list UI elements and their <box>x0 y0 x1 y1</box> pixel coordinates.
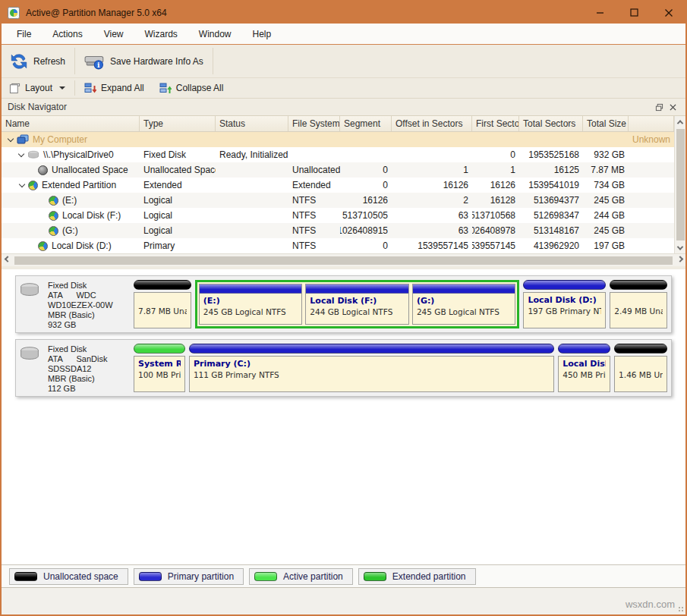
partition-c[interactable]: Primary (C:)111 GB Primary NTFS <box>189 344 554 392</box>
table-row[interactable]: Unallocated Space Unallocated Space Unal… <box>2 162 674 178</box>
col-type[interactable]: Type <box>140 116 216 131</box>
legend-extended: Extended partition <box>358 568 476 585</box>
svg-text:i: i <box>97 60 100 68</box>
unallocated-swatch <box>14 572 37 581</box>
disk1-info: Fixed Disk ATA WDC WD10EZEX-00W MBR (Bas… <box>16 276 130 332</box>
minimize-button[interactable] <box>583 2 617 24</box>
tree-label: Local Disk (D:) <box>52 240 112 251</box>
col-first-sector[interactable]: First Sector <box>472 116 519 131</box>
partition-bar <box>134 344 185 354</box>
chevron-down-icon[interactable] <box>8 135 14 141</box>
chevron-down-icon[interactable] <box>19 181 25 187</box>
partition-g[interactable]: (G:)245 GB Logical NTFS <box>412 284 516 325</box>
col-total-size[interactable]: Total Size <box>583 116 629 131</box>
partition-unallocated-1[interactable]: 7.87 MB Unal <box>134 280 191 328</box>
menu-file[interactable]: File <box>6 25 42 43</box>
partition-icon <box>49 226 58 236</box>
chevron-down-icon[interactable] <box>18 150 24 156</box>
extended-swatch <box>364 572 386 581</box>
partition-icon <box>38 241 48 251</box>
col-filler <box>629 116 674 131</box>
partition-f[interactable]: Local Disk (F:)244 GB Logical NTFS <box>305 284 409 325</box>
refresh-button[interactable]: Refresh <box>2 45 73 77</box>
tree-label: \\.\PhysicalDrive0 <box>43 149 114 160</box>
partition-icon <box>49 211 58 221</box>
partition-icon <box>49 196 58 206</box>
scroll-down-button[interactable] <box>675 242 685 253</box>
partition-unallocated-3[interactable]: 1.46 MB Un: <box>614 344 667 392</box>
active-swatch <box>254 572 277 581</box>
layout-button[interactable]: Layout <box>2 78 73 98</box>
layout-toolbar: Layout Expand All Collapse All <box>2 78 685 99</box>
maximize-button[interactable] <box>617 2 651 24</box>
menu-view[interactable]: View <box>93 25 134 43</box>
physical-drive-icon <box>27 150 39 159</box>
table-row[interactable]: My Computer Unknown <box>2 132 674 147</box>
resize-grip[interactable] <box>678 606 684 612</box>
tree-label: Local Disk (F:) <box>62 210 121 221</box>
partition-unallocated-2[interactable]: 2.49 MB Unal <box>610 280 667 328</box>
menu-help[interactable]: Help <box>242 25 282 43</box>
partition-bar <box>558 344 610 354</box>
toolbar-separator <box>74 48 75 74</box>
app-window: Active@ Partition Manager 5.0 x64 File A… <box>0 0 687 616</box>
close-button[interactable] <box>651 2 685 24</box>
menu-window[interactable]: Window <box>188 25 242 43</box>
scroll-up-button[interactable] <box>675 116 685 127</box>
float-panel-button[interactable] <box>652 100 666 114</box>
horizontal-scroll-thumb[interactable] <box>14 256 673 265</box>
collapse-all-icon <box>159 82 172 94</box>
table-row[interactable]: Local Disk (D:) Primary NTFS 0 153955714… <box>2 238 674 253</box>
col-segment[interactable]: Segment <box>340 116 392 131</box>
col-offset[interactable]: Offset in Sectors <box>392 116 472 131</box>
partition-bar <box>200 284 302 294</box>
toolbar-separator <box>213 48 213 74</box>
horizontal-scrollbar[interactable] <box>2 253 685 266</box>
legend-bar: Unallocated space Primary partition Acti… <box>2 564 685 587</box>
refresh-icon <box>9 52 29 71</box>
menu-actions[interactable]: Actions <box>42 25 93 43</box>
table-header: Name Type Status File System Segment Off… <box>2 116 674 132</box>
menu-wizards[interactable]: Wizards <box>134 25 188 43</box>
tree-label: Unallocated Space <box>52 165 128 175</box>
table-row[interactable]: \\.\PhysicalDrive0 Fixed Disk Ready, Ini… <box>2 147 674 162</box>
vertical-scrollbar[interactable] <box>674 116 685 253</box>
partition-bar <box>189 344 554 354</box>
table-row[interactable]: (E:) Logical NTFS 16126 2 16128 51369437… <box>2 193 674 208</box>
partition-system-reserved[interactable]: System Re:100 MB Prim <box>134 344 185 392</box>
col-status[interactable]: Status <box>216 116 288 131</box>
scroll-left-button[interactable] <box>2 255 13 266</box>
menu-bar: File Actions View Wizards Window Help <box>2 24 685 45</box>
toolbar-separator <box>74 80 75 96</box>
unknown-size-value: Unknown <box>629 132 674 147</box>
expand-all-label: Expand All <box>101 83 144 93</box>
collapse-all-button[interactable]: Collapse All <box>152 78 232 98</box>
disk-navigator-table: Name Type Status File System Segment Off… <box>2 116 685 253</box>
primary-swatch <box>139 572 162 581</box>
col-filesystem[interactable]: File System <box>288 116 340 131</box>
vertical-scroll-thumb[interactable] <box>676 129 685 240</box>
watermark: wsxdn.com <box>626 599 675 610</box>
hard-disk-icon <box>19 346 40 361</box>
scroll-right-button[interactable] <box>674 255 685 266</box>
partition-bar <box>306 284 408 294</box>
col-name[interactable]: Name <box>2 116 140 131</box>
close-panel-button[interactable] <box>666 100 679 114</box>
partition-d[interactable]: Local Disk (D:)197 GB Primary NTF <box>523 280 606 328</box>
table-row[interactable]: Local Disk (F:) Logical NTFS 513710505 6… <box>2 208 674 223</box>
table-row[interactable]: Extended Partition Extended Extended 0 1… <box>2 178 674 193</box>
expand-all-icon <box>84 82 96 94</box>
table-row[interactable]: (G:) Logical NTFS 1026408915 63 10264089… <box>2 223 674 238</box>
hard-disk-icon <box>19 282 40 297</box>
panel-title: Disk Navigator <box>8 102 652 112</box>
partition-e[interactable]: (E:)245 GB Logical NTFS <box>199 284 303 325</box>
hardware-info-icon: i <box>84 53 106 70</box>
layout-icon <box>9 83 20 94</box>
partition-recovery[interactable]: Local Disk (450 MB Prim <box>558 344 610 392</box>
collapse-all-label: Collapse All <box>176 83 224 93</box>
col-total-sectors[interactable]: Total Sectors <box>519 116 583 131</box>
save-hardware-info-button[interactable]: i Save Hardware Info As <box>77 45 211 77</box>
save-hardware-info-label: Save Hardware Info As <box>110 56 203 67</box>
title-bar: Active@ Partition Manager 5.0 x64 <box>2 2 685 24</box>
expand-all-button[interactable]: Expand All <box>77 78 152 98</box>
